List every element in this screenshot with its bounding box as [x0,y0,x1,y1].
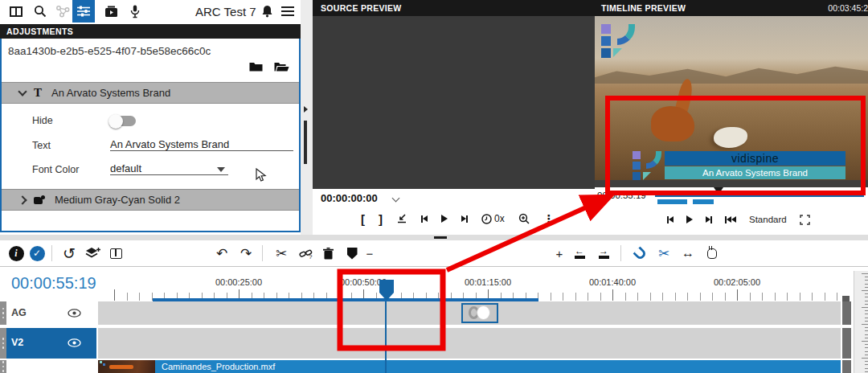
ruler-label: 00:00:25:00 [207,277,270,287]
timeline-ruler[interactable]: 00:00:55:19 00:00:25:0000:00:50:0000:01:… [0,271,868,301]
workflow-icon[interactable] [51,0,74,23]
ruler-ticks: 00:00:25:0000:00:50:0000:01:15:0000:01:4… [0,271,868,301]
splitter-collapse-icon[interactable] [304,106,308,113]
hide-toggle[interactable] [110,116,136,126]
folder-open-icon[interactable] [274,61,289,72]
ruler-tick [712,293,713,301]
undo-icon[interactable]: ↶ [212,240,231,266]
reset-icon[interactable]: ↺ [59,240,79,266]
fullscreen-icon[interactable] [800,211,810,227]
timeline-preview-timecode: 00:03:45:2 [828,0,868,16]
vertical-zoom-ruler[interactable] [854,271,868,373]
step-forward-icon[interactable] [706,211,712,227]
ruler-tick [650,293,651,301]
panel-splitter[interactable] [301,0,313,235]
track-lane-ag[interactable] [98,301,841,325]
delete-icon[interactable] [318,240,338,266]
horizontal-splitter[interactable] [0,235,868,240]
play-icon[interactable] [441,211,448,227]
track-drag-handle[interactable] [0,301,6,325]
ruler-tick [762,293,763,301]
folder-closed-icon[interactable] [249,61,263,72]
speed-control[interactable]: 0x [481,211,505,227]
auto-cut-icon[interactable]: ✂ [654,240,674,266]
step-back-icon[interactable] [667,211,674,227]
playhead-line[interactable] [385,301,387,373]
text-layer-section-header[interactable]: T An Arvato Systems Brand [2,82,299,104]
vz-tick [865,327,868,328]
menu-icon[interactable] [276,0,299,23]
ruler-tick [837,293,837,301]
split-view-icon[interactable] [106,240,125,266]
track-drag-handle[interactable] [0,360,6,373]
vz-tick [865,301,868,301]
track-drag-handle[interactable] [0,328,6,359]
track-scroll-thumb[interactable] [842,301,851,325]
unlink-icon[interactable]: ? [296,240,315,266]
font-color-select[interactable]: default [110,162,228,175]
redo-icon[interactable]: ↷ [236,240,256,266]
track-header-ag[interactable]: AG [0,301,96,325]
ruler-tick [637,293,638,301]
quality-select[interactable]: Standard [749,211,787,227]
track-header-v1[interactable] [0,360,96,373]
info-icon[interactable]: i [6,240,26,266]
ruler-tick [563,293,563,301]
panes-icon[interactable] [5,0,27,23]
track-scroll-thumb[interactable] [842,360,851,373]
track-lane-v2[interactable] [98,328,841,359]
horizontal-splitter-grip[interactable] [434,236,447,239]
adjustments-icon[interactable] [72,0,95,23]
microphone-icon[interactable] [124,0,146,23]
media-icon[interactable] [100,0,122,23]
media-glyph [104,6,118,18]
track-header-v2[interactable]: V2 [0,328,96,359]
vz-tick [865,371,868,372]
source-timecode[interactable]: 00:00:00:00 [321,192,378,204]
goto-in-icon[interactable] [396,211,407,227]
step-back-icon[interactable] [421,211,428,227]
track-scroll-thumb[interactable] [842,328,851,359]
splitter-grip[interactable] [304,121,307,164]
ruler-tick [750,293,751,301]
add-layer-icon[interactable] [82,240,103,266]
visibility-eye-icon[interactable] [68,338,81,347]
background-layer-section-header[interactable]: Medium Gray-Cyan Solid 2 [2,189,299,211]
timecode-chevron-icon[interactable] [392,195,400,203]
timeline-preview-title: TIMELINE PREVIEW [595,0,868,16]
more-options-icon[interactable]: ⋮ [543,211,555,227]
play-icon[interactable] [686,211,693,227]
zoom-in-icon[interactable]: + [553,240,566,266]
snap-magnet-icon[interactable] [630,240,649,266]
pan-hand-icon[interactable] [702,240,722,266]
font-color-caret-icon[interactable] [217,167,225,172]
visibility-eye-icon[interactable] [68,309,81,318]
ruler-tick [662,293,663,301]
ruler-tick [787,293,788,301]
search-icon[interactable] [29,0,51,23]
video-clip[interactable]: Caminandes_Production.mxf [155,360,841,373]
mark-out-icon[interactable]: ] [379,211,383,227]
go-to-start-icon[interactable] [725,211,736,227]
ruler-label: 00:01:15:00 [457,277,519,287]
insert-after-icon[interactable]: → [593,240,614,266]
marker-icon[interactable] [342,240,362,266]
mark-in-icon[interactable]: [ [361,211,365,227]
zoom-out-icon[interactable]: − [363,240,376,266]
track-lane-v1[interactable]: Caminandes_Production.mxf [98,360,841,373]
bell-icon[interactable] [256,0,278,23]
clip-thumbnail[interactable] [98,360,155,373]
ruler-tick [725,293,726,301]
trim-icon[interactable]: ↔ [678,240,698,266]
cut-icon[interactable]: ✂ [272,240,291,266]
insert-before-icon[interactable]: ← [569,240,590,266]
approve-icon[interactable]: ✓ [27,240,47,266]
zoom-in-icon[interactable] [518,211,530,227]
adjustment-clip[interactable] [461,303,498,323]
timeline-scrub-bar[interactable] [655,191,864,197]
scrub-playhead-icon[interactable] [714,187,723,195]
text-input[interactable]: An Arvato Systems Brand [110,138,293,151]
step-forward-icon[interactable] [461,211,468,227]
asset-id: 8aa1430b-e2b5-e525-4f07-b5e58ec66c0c [8,45,211,57]
hide-label: Hide [32,115,53,126]
